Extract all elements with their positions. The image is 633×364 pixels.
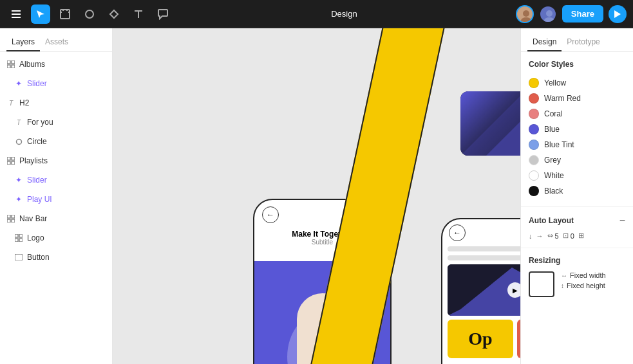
layer-item-h2[interactable]: T H2 bbox=[0, 93, 112, 113]
layer-label-slider1: Slider bbox=[27, 79, 47, 88]
layer-label-albums: Albums bbox=[19, 60, 45, 69]
svg-rect-27 bbox=[12, 219, 15, 223]
color-dot-warmred bbox=[529, 93, 539, 104]
canvas-area: Headline NEW! bbox=[113, 28, 520, 364]
component-icon-playui: ✦ bbox=[14, 195, 23, 204]
comment-tool-button[interactable] bbox=[153, 5, 173, 24]
toolbar: Design Share bbox=[0, 0, 633, 28]
dark-panel bbox=[460, 91, 520, 156]
color-item-black[interactable]: Black bbox=[529, 183, 625, 199]
color-dot-coral bbox=[529, 109, 539, 119]
menu-button[interactable] bbox=[6, 5, 26, 24]
color-item-coral[interactable]: Coral bbox=[529, 106, 625, 122]
layout-ctrl-spacing[interactable]: ⇔ 5 bbox=[547, 232, 559, 240]
tab-layers[interactable]: Layers bbox=[6, 33, 40, 51]
layer-item-playlists[interactable]: Playlists bbox=[0, 151, 112, 170]
layout-ctrl-padding[interactable]: ⊡ 0 bbox=[563, 232, 574, 240]
color-item-yellow[interactable]: Yellow bbox=[529, 75, 625, 91]
panel-tabs: Layers Assets bbox=[0, 28, 112, 52]
mockup2-image: ▶ bbox=[448, 264, 520, 316]
fixed-height-label: Fixed height bbox=[567, 282, 605, 289]
layer-item-playui[interactable]: ✦ Play UI bbox=[0, 190, 112, 209]
thumb-item-coral bbox=[517, 320, 520, 358]
fixed-height-icon: ↕ bbox=[561, 282, 564, 289]
color-item-warmred[interactable]: Warm Red bbox=[529, 91, 625, 106]
back-button-2[interactable]: ← bbox=[449, 224, 466, 241]
content-bar-2 bbox=[448, 255, 520, 260]
svg-point-14 bbox=[544, 17, 554, 23]
pen-tool-button[interactable] bbox=[104, 5, 124, 24]
svg-rect-26 bbox=[7, 219, 10, 223]
remove-auto-layout-button[interactable]: − bbox=[619, 215, 625, 226]
padding-value: 0 bbox=[571, 232, 574, 240]
grid-icon-navbar bbox=[6, 214, 15, 223]
svg-rect-25 bbox=[12, 215, 15, 218]
grid-icon bbox=[6, 60, 15, 69]
text-tool-icon bbox=[133, 8, 144, 20]
resizing-title: Resizing bbox=[529, 256, 625, 265]
component-icon-2: ✦ bbox=[14, 176, 23, 185]
svg-rect-21 bbox=[12, 157, 15, 160]
color-dot-blue bbox=[529, 124, 539, 134]
page-title: Design bbox=[331, 9, 357, 19]
svg-rect-28 bbox=[15, 234, 18, 237]
dark-panel-graphic bbox=[460, 91, 520, 156]
layer-item-slider1[interactable]: ✦ Slider bbox=[0, 74, 112, 93]
layer-item-slider2[interactable]: ✦ Slider bbox=[0, 170, 112, 190]
tab-assets[interactable]: Assets bbox=[40, 33, 73, 51]
layer-item-navbar[interactable]: Nav Bar bbox=[0, 209, 112, 228]
tab-prototype[interactable]: Prototype bbox=[562, 33, 605, 51]
layer-label-h2: H2 bbox=[19, 98, 29, 107]
ellipse-tool-button[interactable] bbox=[80, 5, 99, 24]
auto-layout-section: Auto Layout − ↓ → ⇔ 5 ⊡ 0 ⊞ bbox=[521, 207, 633, 248]
pen-tool-icon bbox=[108, 8, 120, 20]
ellipse-tool-icon bbox=[84, 8, 95, 20]
play-button[interactable] bbox=[609, 5, 627, 23]
color-item-white[interactable]: White bbox=[529, 168, 625, 183]
svg-rect-22 bbox=[7, 161, 10, 165]
color-item-bluetint[interactable]: Blue Tint bbox=[529, 137, 625, 152]
spacing-icon: ⇔ bbox=[547, 232, 553, 240]
layer-label-navbar: Nav Bar bbox=[19, 214, 47, 223]
tab-design[interactable]: Design bbox=[527, 33, 562, 51]
svg-rect-32 bbox=[15, 254, 23, 260]
frame-tool-button[interactable] bbox=[55, 5, 75, 24]
svg-point-13 bbox=[546, 10, 553, 17]
color-item-grey[interactable]: Grey bbox=[529, 152, 625, 168]
color-name-coral: Coral bbox=[544, 109, 563, 118]
svg-point-19 bbox=[16, 139, 21, 144]
layout-ctrl-right: → bbox=[536, 232, 543, 240]
svg-point-11 bbox=[523, 10, 529, 17]
main-layout: Layers Assets Albums ✦ Slider bbox=[0, 28, 633, 364]
text-tool-button[interactable] bbox=[129, 5, 148, 24]
resizing-content: ↔ Fixed width ↕ Fixed height bbox=[529, 271, 625, 297]
color-item-blue[interactable]: Blue bbox=[529, 122, 625, 137]
layout-ctrl-align[interactable]: ⊞ bbox=[578, 232, 584, 240]
color-dot-black bbox=[529, 186, 539, 196]
thumb-text-yellow: Op bbox=[468, 329, 492, 349]
resize-options: ↔ Fixed width ↕ Fixed height bbox=[561, 271, 606, 289]
color-name-warmred: Warm Red bbox=[544, 94, 581, 103]
resize-option-height[interactable]: ↕ Fixed height bbox=[561, 282, 606, 289]
layout-ctrl-down: ↓ bbox=[529, 232, 533, 240]
layer-item-button[interactable]: Button bbox=[0, 248, 112, 267]
share-button[interactable]: Share bbox=[562, 5, 603, 23]
play-overlay[interactable]: ▶ bbox=[507, 282, 520, 298]
layer-item-circle[interactable]: Circle bbox=[0, 132, 112, 151]
back-button-1[interactable]: ← bbox=[262, 206, 279, 223]
toolbar-left bbox=[6, 5, 173, 24]
fixed-width-icon: ↔ bbox=[561, 272, 567, 279]
svg-rect-30 bbox=[15, 239, 18, 242]
arrow-tool-button[interactable] bbox=[31, 5, 50, 24]
layer-label-foryou: For you bbox=[27, 118, 53, 127]
layer-item-logo[interactable]: Logo bbox=[0, 228, 112, 248]
color-name-yellow: Yellow bbox=[544, 78, 566, 87]
layer-item-albums[interactable]: Albums bbox=[0, 55, 112, 74]
arrow-down-icon: ↓ bbox=[529, 232, 533, 240]
toolbar-right: Share bbox=[516, 5, 627, 23]
toolbar-center: Design bbox=[176, 9, 512, 19]
resize-option-width[interactable]: ↔ Fixed width bbox=[561, 271, 606, 279]
svg-rect-23 bbox=[12, 161, 15, 165]
layer-item-foryou[interactable]: T For you bbox=[0, 113, 112, 132]
text-icon-h2: T bbox=[6, 98, 15, 107]
